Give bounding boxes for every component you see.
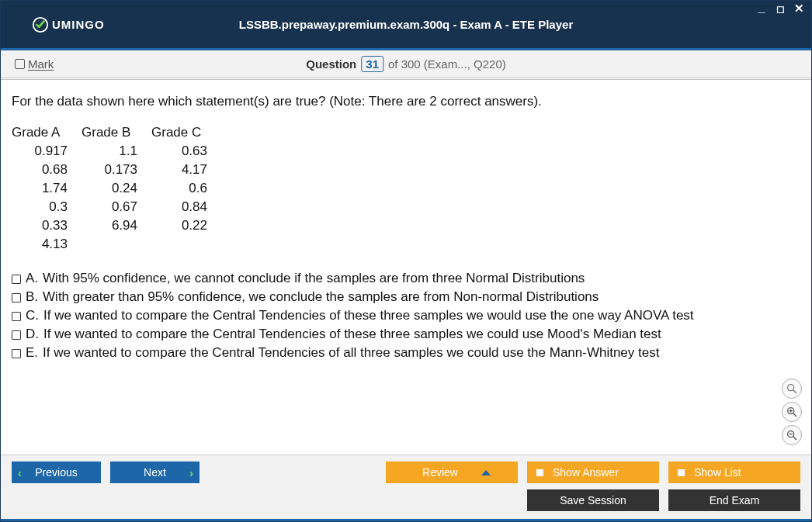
table-header: Grade C (151, 123, 221, 142)
table-cell: 6.94 (82, 216, 151, 235)
question-prompt: For the data shown here which statement(… (12, 94, 800, 109)
answer-option[interactable]: B.With greater than 95% confidence, we c… (12, 289, 800, 305)
app-logo: UMINGO (32, 16, 105, 33)
question-number[interactable]: 31 (361, 56, 383, 72)
answer-list: A.With 95% confidence, we cannot conclud… (12, 271, 800, 361)
table-cell: 0.84 (151, 198, 221, 216)
show-answer-button[interactable]: Show Answer (527, 462, 659, 483)
table-cell: 0.63 (151, 142, 221, 161)
zoom-controls (782, 379, 802, 445)
mark-label: Mark (28, 57, 54, 71)
question-content: For the data shown here which statement(… (1, 79, 811, 455)
svg-line-4 (793, 413, 796, 417)
show-list-label: Show List (694, 466, 741, 479)
table-cell: 1.74 (12, 179, 82, 198)
table-cell: 4.13 (12, 235, 82, 254)
answer-text: If we wanted to compare the Central Tend… (43, 345, 659, 361)
logo-text: UMINGO (52, 18, 105, 31)
window-controls: _ ◻ ✕ (754, 2, 807, 16)
answer-option[interactable]: A.With 95% confidence, we cannot conclud… (12, 271, 800, 286)
answer-option[interactable]: E.If we wanted to compare the Central Te… (12, 345, 800, 361)
checkbox-icon (12, 312, 21, 321)
titlebar: UMINGO LSSBB.prepaway.premium.exam.300q … (1, 1, 811, 50)
footer-border (1, 519, 811, 521)
answer-text: With 95% confidence, we cannot conclude … (43, 271, 585, 286)
svg-line-2 (793, 390, 796, 393)
table-row: 0.680.1734.17 (12, 161, 221, 179)
maximize-icon[interactable]: ◻ (772, 2, 788, 16)
answer-text: With greater than 95% confidence, we con… (43, 289, 599, 305)
table-row: 0.336.940.22 (12, 216, 221, 235)
question-indicator: Question 31 of 300 (Exam..., Q220) (306, 56, 505, 72)
checkbox-icon (15, 59, 25, 69)
next-label: Next (144, 466, 166, 479)
close-icon[interactable]: ✕ (791, 2, 807, 16)
table-cell: 0.67 (82, 198, 151, 216)
answer-letter: B. (26, 289, 38, 305)
answer-text: If we wanted to compare the Central Tend… (43, 327, 661, 342)
table-row: 0.9171.10.63 (12, 142, 221, 161)
table-header: Grade A (12, 123, 82, 142)
square-icon (536, 469, 543, 476)
window-title: LSSBB.prepaway.premium.exam.300q - Exam … (239, 18, 573, 31)
answer-letter: C. (26, 308, 39, 323)
question-header: Mark Question 31 of 300 (Exam..., Q220) (1, 50, 811, 78)
table-row: 0.30.670.84 (12, 198, 221, 216)
table-cell: 0.3 (12, 198, 82, 216)
checkbox-icon (12, 330, 21, 340)
end-exam-button[interactable]: End Exam (668, 489, 800, 511)
table-cell: 0.33 (12, 216, 82, 235)
previous-label: Previous (35, 466, 77, 479)
table-cell: 0.24 (82, 179, 151, 198)
question-word: Question (306, 57, 356, 71)
table-cell: 1.1 (82, 142, 151, 161)
checkbox-icon (12, 349, 21, 358)
review-label: Review (422, 466, 458, 479)
show-list-button[interactable]: Show List (668, 462, 800, 483)
table-cell: 0.68 (12, 161, 82, 179)
question-total: of 300 (Exam..., Q220) (388, 57, 506, 71)
svg-line-8 (793, 437, 796, 440)
next-button[interactable]: Next › (110, 462, 200, 483)
answer-letter: D. (26, 327, 39, 342)
answer-text: If we wanted to compare the Central Tend… (43, 308, 694, 323)
square-icon (678, 469, 685, 476)
table-cell: 0.917 (12, 142, 82, 161)
table-row: 4.13 (12, 235, 221, 254)
triangle-up-icon (481, 470, 491, 475)
show-answer-label: Show Answer (553, 466, 619, 479)
table-cell: 0.22 (151, 216, 221, 235)
end-exam-label: End Exam (710, 494, 760, 506)
table-cell: 0.6 (151, 179, 221, 198)
checkbox-icon (12, 293, 21, 302)
table-row: 1.740.240.6 (12, 179, 221, 198)
save-session-button[interactable]: Save Session (527, 489, 659, 511)
save-session-label: Save Session (560, 494, 626, 506)
data-table: Grade AGrade BGrade C 0.9171.10.630.680.… (12, 123, 221, 254)
review-button[interactable]: Review (386, 462, 518, 483)
chevron-left-icon: ‹ (18, 466, 22, 479)
table-header: Grade B (82, 123, 151, 142)
table-cell: 0.173 (82, 161, 151, 179)
logo-check-icon (32, 16, 49, 33)
answer-option[interactable]: D.If we wanted to compare the Central Te… (12, 327, 800, 342)
previous-button[interactable]: ‹ Previous (12, 462, 101, 483)
table-cell: 4.17 (151, 161, 221, 179)
table-cell (82, 235, 151, 254)
table-cell (151, 235, 221, 254)
answer-option[interactable]: C.If we wanted to compare the Central Te… (12, 308, 800, 323)
footer: ‹ Previous Next › Review Show Answer Sho… (1, 455, 811, 519)
zoom-out-icon[interactable] (782, 425, 802, 445)
svg-point-1 (788, 385, 794, 391)
mark-checkbox[interactable]: Mark (15, 57, 54, 71)
chevron-right-icon: › (189, 466, 193, 479)
answer-letter: A. (26, 271, 38, 286)
answer-letter: E. (26, 345, 38, 361)
zoom-in-icon[interactable] (782, 402, 802, 422)
minimize-icon[interactable]: _ (754, 2, 769, 16)
zoom-reset-icon[interactable] (782, 379, 802, 399)
checkbox-icon (12, 275, 21, 284)
